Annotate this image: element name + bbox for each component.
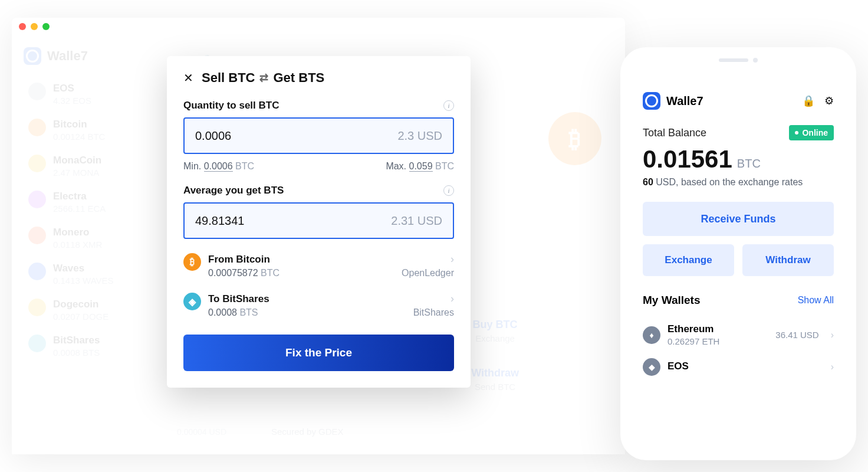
coin-icon	[28, 299, 46, 316]
wallet-name: Ethereum	[668, 323, 768, 335]
coin-balance: 0.1413 WAVES	[53, 276, 114, 286]
gear-icon[interactable]: ⚙	[824, 94, 834, 107]
modal-title: Sell BTC ⇄ Get BTS	[202, 70, 324, 86]
from-exchange: OpenLedger	[402, 268, 454, 278]
coin-name: Waves	[53, 263, 114, 274]
brand-logo-icon	[24, 47, 41, 65]
title-get: Get BTS	[273, 70, 324, 86]
chevron-right-icon: ›	[451, 293, 454, 305]
fix-price-button[interactable]: Fix the Price	[183, 335, 454, 371]
wallet-icon: ♦	[643, 326, 660, 344]
total-row: Total Balance Online	[643, 125, 834, 140]
coin-icon	[28, 227, 46, 244]
phone-header: Walle7 🔒 ⚙	[643, 92, 834, 110]
qty-usd: 2.3 USD	[397, 129, 442, 143]
receive-funds-button[interactable]: Receive Funds	[643, 202, 834, 236]
bitshares-icon: ◈	[183, 293, 201, 310]
button-row: Exchange Withdraw	[643, 244, 834, 276]
wallet-balance: 0.26297 ETH	[668, 336, 768, 346]
wallet-item[interactable]: ♦Ethereum0.26297 ETH36.41 USD›	[643, 317, 834, 352]
from-row[interactable]: ₿ From Bitcoin› 0.00075872 BTCOpenLedger	[183, 246, 454, 286]
withdraw-button[interactable]: Withdraw	[742, 244, 834, 276]
wallet-item[interactable]: ◆EOS ›	[643, 352, 834, 382]
coin-icon	[28, 119, 46, 136]
avg-value: 49.81341	[195, 214, 244, 228]
coin-balance: 0.0008 BTS	[53, 348, 100, 358]
buy-sub: Exchange	[471, 333, 519, 343]
tiny-usd: 0.00004 USD	[177, 427, 226, 437]
coin-name: EOS	[53, 83, 91, 94]
qty-label-row: Quantity to sell BTC i	[183, 100, 454, 112]
withdraw-action[interactable]: Withdraw Send BTC	[471, 367, 519, 392]
titlebar	[12, 18, 625, 35]
swap-icon: ⇄	[259, 71, 268, 84]
withdraw-title: Withdraw	[471, 367, 519, 379]
balance-unit: BTC	[737, 157, 761, 171]
qty-value: 0.0006	[195, 129, 231, 143]
coin-icon	[28, 335, 46, 352]
window-close-icon[interactable]	[19, 23, 26, 30]
coin-balance: 4.32 EOS	[53, 96, 91, 106]
coin-name: MonaCoin	[53, 155, 101, 166]
coin-balance: 0.0118 XMR	[53, 240, 102, 250]
coin-balance: 0.00124 BTC	[53, 132, 105, 142]
wallets-title: My Wallets	[643, 294, 701, 307]
balance-sub: 60 USD, based on the exchange rates	[643, 177, 834, 188]
coin-icon	[28, 191, 46, 208]
chevron-right-icon: ›	[451, 253, 454, 266]
info-icon[interactable]: i	[443, 100, 454, 111]
brand-text: Walle7	[47, 48, 88, 64]
minmax-row: Min. 0.0006 BTC Max. 0.059 BTC	[183, 161, 454, 172]
lock-icon[interactable]: 🔒	[802, 94, 815, 107]
from-title: From Bitcoin	[208, 254, 270, 266]
brand-logo-icon	[643, 92, 660, 110]
coin-name: Electra	[53, 191, 106, 202]
window-zoom-icon[interactable]	[42, 23, 50, 30]
bitcoin-logo-icon: ₿	[548, 112, 601, 165]
show-all-link[interactable]: Show All	[798, 295, 834, 306]
to-title: To BitShares	[208, 293, 269, 305]
wallets-header: My Wallets Show All	[643, 294, 834, 307]
coin-icon	[28, 263, 46, 280]
coin-balance: 2566.11 ECA	[53, 204, 106, 214]
phone-brand: Walle7	[666, 94, 796, 108]
coin-balance: 0.0207 DOGE	[53, 312, 108, 322]
balance-value: 0.01561	[643, 145, 732, 173]
coin-icon	[28, 155, 46, 172]
min-group[interactable]: Min. 0.0006 BTC	[183, 161, 254, 172]
buy-title: Buy BTC	[471, 319, 519, 331]
avg-usd: 2.31 USD	[391, 214, 442, 228]
coin-name: Dogecoin	[53, 299, 108, 310]
coin-name: BitShares	[53, 335, 100, 346]
coin-icon	[28, 83, 46, 100]
online-badge: Online	[789, 125, 834, 140]
secured-label: Secured by GDEX	[271, 427, 344, 437]
coin-balance: 2.47 MONA	[53, 168, 101, 178]
wallet-usd: 36.41 USD	[775, 330, 818, 340]
wallet-icon: ◆	[643, 358, 660, 376]
total-label: Total Balance	[643, 127, 706, 139]
info-icon[interactable]: i	[443, 185, 454, 196]
max-group[interactable]: Max. 0.059 BTC	[386, 161, 454, 172]
close-icon[interactable]: ✕	[183, 71, 193, 85]
chevron-right-icon: ›	[831, 330, 834, 340]
phone-screen: Walle7 🔒 ⚙ Total Balance Online 0.01561 …	[631, 80, 846, 450]
to-row[interactable]: ◈ To BitShares› 0.0008 BTSBitShares	[183, 286, 454, 325]
total-balance: 0.01561 BTC	[643, 145, 834, 173]
avg-label-row: Average you get BTS i	[183, 185, 454, 196]
buy-action[interactable]: Buy BTC Exchange	[471, 319, 519, 343]
phone-frame: Walle7 🔒 ⚙ Total Balance Online 0.01561 …	[620, 47, 856, 460]
qty-input[interactable]: 0.0006 2.3 USD	[183, 117, 454, 154]
withdraw-sub: Send BTC	[471, 382, 519, 392]
window-minimize-icon[interactable]	[31, 23, 38, 30]
chevron-right-icon: ›	[831, 362, 834, 372]
desktop-actions: Buy BTC Exchange Withdraw Send BTC	[471, 319, 519, 392]
avg-label: Average you get BTS	[183, 185, 284, 196]
sell-modal: ✕ Sell BTC ⇄ Get BTS Quantity to sell BT…	[167, 56, 471, 388]
bitcoin-icon: ₿	[183, 253, 201, 271]
coin-name: Bitcoin	[53, 119, 105, 130]
avg-input[interactable]: 49.81341 2.31 USD	[183, 202, 454, 239]
title-sell: Sell BTC	[202, 70, 255, 86]
wallet-name: EOS	[668, 360, 812, 372]
exchange-button[interactable]: Exchange	[643, 244, 734, 276]
